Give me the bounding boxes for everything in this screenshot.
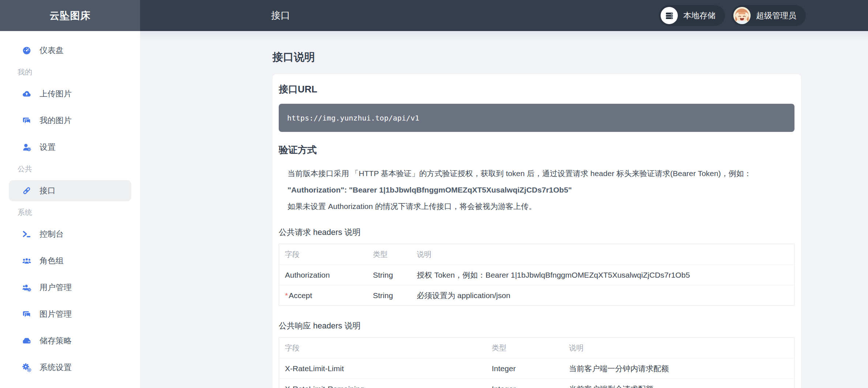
- app-root: 云坠图床 仪表盘 我的 上传图片: [0, 0, 868, 388]
- images-icon: [21, 116, 32, 125]
- auth-method-heading: 验证方式: [279, 144, 794, 156]
- response-headers-heading: 公共响应 headers 说明: [279, 320, 794, 331]
- cell-description: 必须设置为 application/json: [411, 285, 794, 306]
- column-header-field: 字段: [279, 338, 486, 358]
- column-header-description: 说明: [563, 338, 794, 358]
- sidebar-item-image-management[interactable]: 图片管理: [9, 304, 131, 325]
- sidebar-item-label: 我的图片: [40, 115, 72, 126]
- sidebar-item-label: 图片管理: [40, 309, 72, 320]
- cell-description: 当前客户端剩余请求配额: [563, 379, 794, 388]
- topbar: 接口 本地存储: [140, 0, 868, 31]
- cell-type: Integer: [486, 358, 563, 379]
- sidebar-item-label: 储存策略: [40, 335, 72, 346]
- sidebar-section-mine: 我的: [18, 67, 140, 77]
- column-header-field: 字段: [279, 244, 367, 265]
- avatar: [733, 7, 751, 24]
- cell-type: Integer: [486, 379, 563, 388]
- gears-icon: [21, 363, 32, 372]
- topbar-actions: 本地存储: [659, 5, 806, 26]
- brand: 云坠图床: [0, 0, 140, 31]
- sidebar-item-roles[interactable]: 角色组: [9, 250, 131, 271]
- cloud-upload-icon: [21, 89, 32, 99]
- sidebar-item-label: 上传图片: [40, 88, 72, 99]
- main-area: 接口说明 接口URL https://img.yunzhui.top/api/v…: [140, 31, 868, 388]
- user-menu-label: 超级管理员: [756, 10, 796, 21]
- column-header-type: 类型: [367, 244, 411, 265]
- table-header-row: 字段 类型 说明: [279, 338, 794, 358]
- sidebar-item-api[interactable]: 接口: [9, 180, 131, 201]
- auth-intro-text: 当前版本接口采用 「HTTP 基本验证」的方式验证授权，获取到 token 后，…: [288, 165, 794, 182]
- link-icon: [21, 186, 32, 195]
- table-header-row: 字段 类型 说明: [279, 244, 794, 265]
- field-name: Accept: [289, 291, 312, 300]
- sidebar-item-label: 用户管理: [40, 282, 72, 293]
- column-header-description: 说明: [411, 244, 794, 265]
- sidebar-item-my-images[interactable]: 我的图片: [9, 110, 131, 131]
- gauge-icon: [21, 46, 32, 55]
- sidebar-item-dashboard[interactable]: 仪表盘: [9, 40, 131, 61]
- api-url-code-block: https://img.yunzhui.top/api/v1: [279, 104, 794, 132]
- sidebar-item-label: 系统设置: [40, 362, 72, 373]
- column-header-type: 类型: [486, 338, 563, 358]
- cell-description: 当前客户端一分钟内请求配额: [563, 358, 794, 379]
- sidebar-item-console[interactable]: 控制台: [9, 224, 131, 245]
- sidebar-item-upload[interactable]: 上传图片: [9, 83, 131, 104]
- sidebar-item-label: 控制台: [40, 229, 64, 240]
- storage-button-label: 本地存储: [683, 10, 715, 21]
- request-headers-table: 字段 类型 说明 Authorization String 授权 Token，例…: [279, 244, 794, 306]
- api-doc-card: 接口URL https://img.yunzhui.top/api/v1 验证方…: [273, 74, 801, 388]
- cell-type: String: [367, 265, 411, 285]
- cell-field: X-RateLimit-Remaining: [279, 379, 486, 388]
- users-gear-icon: [21, 283, 32, 292]
- cell-field: Authorization: [279, 265, 367, 285]
- cell-field: X-RateLimit-Limit: [279, 358, 486, 379]
- cell-type: String: [367, 285, 411, 306]
- response-headers-table: 字段 类型 说明 X-RateLimit-Limit Integer 当前客户端…: [279, 337, 794, 388]
- auth-note-text: 如果未设置 Authorization 的情况下请求上传接口，将会被视为游客上传…: [288, 198, 794, 214]
- content-container: 接口说明 接口URL https://img.yunzhui.top/api/v…: [273, 31, 801, 388]
- auth-example-text: "Authorization": "Bearer 1|1bJbwlqBfnggm…: [288, 182, 794, 198]
- table-row: Authorization String 授权 Token，例如：Bearer …: [279, 265, 794, 285]
- storage-button[interactable]: 本地存储: [659, 5, 725, 26]
- sidebar-section-system: 系统: [18, 208, 140, 217]
- cell-description: 授权 Token，例如：Bearer 1|1bJbwlqBfnggmOMEZqX…: [411, 265, 794, 285]
- images-icon: [21, 309, 32, 319]
- sidebar-item-label: 角色组: [40, 255, 64, 266]
- api-url-heading: 接口URL: [279, 83, 794, 96]
- required-asterisk: *: [285, 291, 288, 300]
- brand-title: 云坠图床: [50, 9, 91, 22]
- hdd-icon: [21, 336, 32, 346]
- sidebar: 云坠图床 仪表盘 我的 上传图片: [0, 0, 140, 388]
- right-column: 接口 本地存储: [140, 0, 868, 388]
- sidebar-item-label: 设置: [40, 142, 56, 153]
- sidebar-item-label: 仪表盘: [40, 45, 64, 56]
- cell-field: *Accept: [279, 285, 367, 306]
- sidebar-nav: 仪表盘 我的 上传图片 我的图片: [0, 31, 140, 388]
- sidebar-item-system-settings[interactable]: 系统设置: [9, 357, 131, 378]
- page-header-title: 接口: [271, 9, 290, 22]
- sidebar-item-storage-policy[interactable]: 储存策略: [9, 330, 131, 351]
- sidebar-section-public: 公共: [18, 164, 140, 174]
- sidebar-item-settings[interactable]: 设置: [9, 137, 131, 158]
- server-icon: [661, 7, 678, 24]
- table-row: X-RateLimit-Limit Integer 当前客户端一分钟内请求配额: [279, 358, 794, 379]
- sidebar-item-user-management[interactable]: 用户管理: [9, 277, 131, 298]
- auth-description: 当前版本接口采用 「HTTP 基本验证」的方式验证授权，获取到 token 后，…: [279, 165, 794, 214]
- page-title: 接口说明: [273, 50, 801, 65]
- table-row: X-RateLimit-Remaining Integer 当前客户端剩余请求配…: [279, 379, 794, 388]
- users-icon: [21, 256, 32, 266]
- user-gear-icon: [21, 142, 32, 152]
- sidebar-item-label: 接口: [40, 185, 56, 196]
- user-menu-button[interactable]: 超级管理员: [732, 5, 806, 26]
- request-headers-heading: 公共请求 headers 说明: [279, 227, 794, 238]
- table-row: *Accept String 必须设置为 application/json: [279, 285, 794, 306]
- terminal-icon: [21, 229, 32, 239]
